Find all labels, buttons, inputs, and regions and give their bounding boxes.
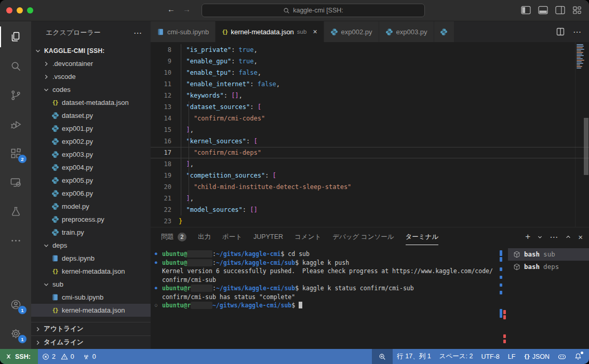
code-line-9[interactable]: 9"enable_gpu": true, (151, 56, 589, 67)
more-actions-icon[interactable]: ⋯ (573, 27, 582, 37)
tree-item-exp004.py[interactable]: exp004.py (31, 161, 151, 174)
close-tab-icon[interactable]: × (313, 28, 317, 36)
zoom-indicator[interactable] (372, 349, 393, 364)
explorer-more-actions-icon[interactable]: ⋯ (133, 28, 142, 38)
code-line-10[interactable]: 10"enable_tpu": false, (151, 67, 589, 78)
indent-guide (189, 101, 189, 204)
tree-item-codes[interactable]: codes (31, 83, 151, 96)
copilot-status[interactable] (554, 349, 570, 364)
code-line-19[interactable]: 19"competition_sources": [ (151, 170, 589, 181)
activity-more-views[interactable] (0, 226, 31, 255)
activity-accounts[interactable]: 1 (0, 290, 31, 319)
panel-more-actions-icon[interactable]: ⋯ (550, 232, 558, 242)
tree-item-sub[interactable]: sub (31, 278, 151, 291)
code-line-15[interactable]: 15], (151, 124, 589, 136)
code-line-20[interactable]: 20"child-mind-institute-detect-sleep-sta… (151, 181, 589, 193)
tree-item-dataset-metadata.json[interactable]: {}dataset-metadata.json (31, 96, 151, 109)
activity-explorer[interactable] (0, 22, 31, 51)
tree-item-.devcontainer[interactable]: .devcontainer (31, 57, 151, 70)
activity-source-control[interactable] (0, 80, 31, 110)
tree-item-exp002.py[interactable]: exp002.py (31, 135, 151, 148)
toggle-sidebar-icon[interactable] (521, 6, 531, 15)
ports-status[interactable]: 0 (78, 349, 100, 364)
code-line-18[interactable]: 18], (151, 158, 589, 170)
chevron-right-icon (43, 60, 50, 68)
minimize-window-button[interactable] (17, 7, 23, 14)
forward-button[interactable]: → (183, 5, 191, 14)
back-button[interactable]: ← (167, 5, 175, 14)
toggle-secondary-sidebar-icon[interactable] (555, 6, 565, 15)
code-line-11[interactable]: 11"enable_internet": false, (151, 78, 589, 90)
tree-item-deps[interactable]: deps (31, 239, 151, 252)
customize-layout-icon[interactable] (572, 6, 582, 15)
code-line-8[interactable]: 8"is_private": true, (151, 44, 589, 56)
panel-tab-デバッグ コンソール[interactable]: デバッグ コンソール (332, 227, 394, 246)
toggle-panel-icon[interactable] (538, 6, 548, 15)
code-line-22[interactable]: 22"model_sources": [] (151, 204, 589, 215)
maximize-window-button[interactable] (27, 7, 33, 14)
tree-item-model.py[interactable]: model.py (31, 200, 151, 213)
chevron-right-icon (34, 339, 42, 346)
tree-item-deps.ipynb[interactable]: deps.ipynb (31, 252, 151, 265)
tree-item-dataset.py[interactable]: dataset.py (31, 109, 151, 122)
activity-settings[interactable]: 1 (0, 319, 31, 348)
tree-item-preprocess.py[interactable]: preprocess.py (31, 213, 151, 226)
code-line-13[interactable]: 13"dataset_sources": [ (151, 101, 589, 113)
activity-remote-explorer[interactable] (0, 168, 31, 197)
code-line-21[interactable]: 21], (151, 193, 589, 204)
language-mode[interactable]: {} JSON (519, 349, 554, 364)
indentation-status[interactable]: スペース: 2 (435, 349, 477, 364)
eol-status[interactable]: LF (504, 349, 520, 364)
line-number: 21 (151, 193, 171, 204)
panel-tab-問題[interactable]: 問題2 (161, 227, 186, 246)
tab-kernel-metadata.json[interactable]: {}kernel-metadata.jsonsub× (216, 21, 324, 42)
problems-status[interactable]: 2 0 (38, 349, 78, 364)
editor-scrollbar[interactable] (584, 118, 588, 175)
panel-tab-出力[interactable]: 出力 (198, 227, 211, 246)
panel-tab-JUPYTER[interactable]: JUPYTER (253, 227, 283, 246)
activity-extensions[interactable]: 2 (0, 139, 31, 168)
code-line-23[interactable]: 23} (151, 215, 589, 227)
close-panel-icon[interactable]: × (578, 233, 583, 241)
overflow-tab[interactable] (434, 21, 454, 42)
panel-tab-ポート[interactable]: ポート (222, 227, 242, 246)
tree-item-exp005.py[interactable]: exp005.py (31, 174, 151, 187)
code-line-12[interactable]: 12"keywords": [], (151, 90, 589, 101)
timeline-section[interactable]: タイムライン (31, 335, 151, 349)
chevron-down-icon[interactable] (537, 234, 543, 240)
tree-item-exp001.py[interactable]: exp001.py (31, 122, 151, 135)
maximize-panel-icon[interactable] (565, 234, 571, 240)
split-editor-icon[interactable] (556, 28, 565, 36)
code-line-17[interactable]: 17"confirm/cmi-deps" (151, 147, 589, 158)
tree-item-.vscode[interactable]: .vscode (31, 70, 151, 83)
tree-item-cmi-sub.ipynb[interactable]: cmi-sub.ipynb (31, 291, 151, 304)
tab-exp003.py[interactable]: exp003.py (379, 21, 434, 42)
code-line-16[interactable]: 16"kernel_sources": [ (151, 136, 589, 147)
code-line-14[interactable]: 14"confirm/cmi-codes" (151, 113, 589, 124)
terminal-tab-bash-sub[interactable]: bashsub (508, 248, 589, 261)
terminal-tab-bash-deps[interactable]: bashdeps (508, 261, 589, 273)
activity-run-debug[interactable] (0, 110, 31, 139)
remote-indicator[interactable]: SSH: (0, 349, 38, 364)
code-editor[interactable]: 8"is_private": true,9"enable_gpu": true,… (151, 42, 589, 227)
notifications-bell[interactable] (570, 349, 589, 364)
tree-item-kernel-metadata.json[interactable]: {}kernel-metadata.json (31, 304, 151, 317)
command-center-search[interactable]: kaggle-cmi [SSH: (202, 4, 425, 17)
terminal[interactable]: ●ubuntu@ :~/gitws/kaggle-cmi$ cd sub●ubu… (151, 246, 589, 349)
encoding-status[interactable]: UTF-8 (477, 349, 503, 364)
tree-root[interactable]: KAGGLE-CMI [SSH: (31, 44, 151, 57)
activity-search[interactable] (0, 51, 31, 80)
tab-exp002.py[interactable]: exp002.py (324, 21, 379, 42)
tree-item-kernel-metadata.json[interactable]: {}kernel-metadata.json (31, 265, 151, 278)
activity-testing[interactable] (0, 197, 31, 226)
new-terminal-button[interactable]: + (525, 232, 530, 242)
panel-tab-ターミナル[interactable]: ターミナル (406, 227, 439, 246)
tree-item-exp003.py[interactable]: exp003.py (31, 148, 151, 161)
outline-section[interactable]: アウトライン (31, 322, 151, 335)
tree-item-train.py[interactable]: train.py (31, 226, 151, 239)
close-window-button[interactable] (6, 7, 12, 14)
panel-tab-コメント[interactable]: コメント (295, 227, 321, 246)
tree-item-exp006.py[interactable]: exp006.py (31, 187, 151, 200)
cursor-position[interactable]: 行 17、列 1 (393, 349, 435, 364)
tab-cmi-sub.ipynb[interactable]: cmi-sub.ipynb (151, 21, 216, 42)
